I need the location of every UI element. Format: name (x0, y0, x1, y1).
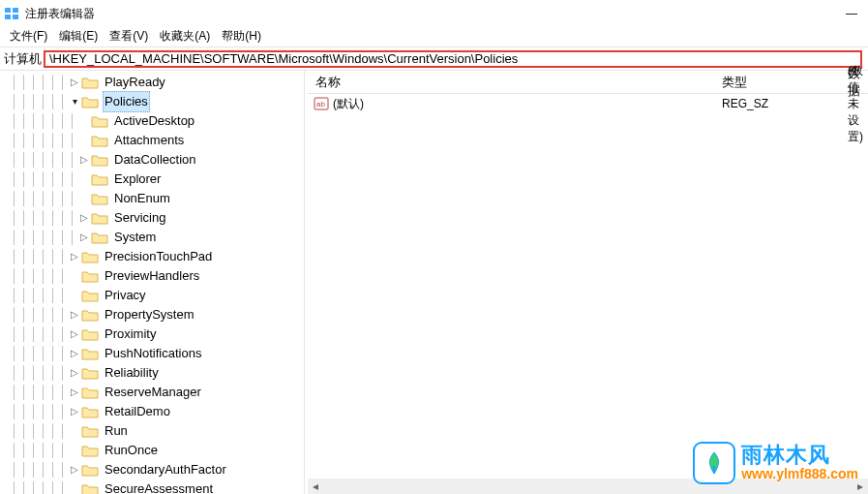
tree-node-playready[interactable]: ││││││ ▷ PlayReady (0, 73, 304, 92)
tree-node-servicing[interactable]: │││││││ ▷ Servicing (0, 208, 304, 228)
minimize-button[interactable]: — (839, 4, 864, 23)
list-body[interactable]: ab (默认) REG_SZ (数值未设置) ◂ ▸ (308, 94, 868, 494)
tree-label: SecondaryAuthFactor (103, 460, 228, 479)
tree-node-explorer[interactable]: │││││││ Explorer (0, 170, 304, 189)
scroll-right-icon[interactable]: ▸ (853, 479, 868, 494)
chevron-right-icon[interactable]: ▷ (77, 150, 91, 170)
tree-node-previewhandlers[interactable]: ││││││ PreviewHandlers (0, 266, 304, 286)
tree-node-retaildemo[interactable]: ││││││ ▷ RetailDemo (0, 402, 304, 421)
chevron-right-icon[interactable]: ▷ (77, 228, 91, 247)
tree-label: Attachments (112, 131, 186, 150)
tree-label: SecureAssessment (103, 479, 215, 494)
tree-node-runonce[interactable]: ││││││ RunOnce (0, 441, 304, 460)
tree-node-privacy[interactable]: ││││││ Privacy (0, 286, 304, 305)
svg-text:ab: ab (316, 100, 325, 108)
folder-icon (91, 211, 108, 225)
menu-favorites[interactable]: 收藏夹(A) (154, 28, 216, 45)
address-input[interactable]: \HKEY_LOCAL_MACHINE\SOFTWARE\Microsoft\W… (44, 50, 862, 68)
menu-help[interactable]: 帮助(H) (216, 28, 267, 45)
chevron-right-icon[interactable]: ▷ (68, 383, 81, 402)
menu-view[interactable]: 查看(V) (104, 28, 154, 45)
svg-rect-2 (5, 15, 11, 19)
folder-icon (81, 289, 99, 302)
menu-bar: 文件(F) 编辑(E) 查看(V) 收藏夹(A) 帮助(H) (0, 27, 868, 46)
svg-rect-3 (13, 15, 18, 19)
tree-pane[interactable]: ││││││ ▷ PlayReady ││││││ ▾ Policies │││… (0, 71, 305, 494)
tree-label: ReserveManager (103, 383, 203, 402)
chevron-right-icon[interactable]: ▷ (68, 402, 81, 421)
tree-node-policies[interactable]: ││││││ ▾ Policies (0, 92, 304, 111)
tree-label: Servicing (112, 208, 167, 228)
registry-tree: ││││││ ▷ PlayReady ││││││ ▾ Policies │││… (0, 73, 304, 494)
tree-label: PlayReady (103, 73, 167, 92)
folder-icon (81, 405, 99, 418)
tree-node-pushnotifications[interactable]: ││││││ ▷ PushNotifications (0, 344, 304, 363)
tree-node-secureassessment[interactable]: ││││││ SecureAssessment (0, 479, 304, 494)
chevron-right-icon[interactable]: ▷ (68, 305, 81, 324)
values-pane: 名称 类型 数据 ab (默认) REG_SZ (数值未设置) (308, 71, 868, 494)
tree-label: PushNotifications (103, 344, 203, 363)
folder-icon (81, 269, 99, 283)
folder-icon (81, 424, 99, 438)
tree-node-propertysystem[interactable]: ││││││ ▷ PropertySystem (0, 305, 304, 324)
tree-node-system[interactable]: │││││││ ▷ System (0, 228, 304, 247)
horizontal-scrollbar[interactable]: ◂ ▸ (308, 479, 868, 494)
folder-icon (81, 366, 99, 380)
menu-edit[interactable]: 编辑(E) (53, 28, 104, 45)
list-header: 名称 类型 数据 (308, 71, 868, 94)
app-icon (4, 6, 19, 21)
folder-icon (91, 153, 108, 167)
tree-node-nonenum[interactable]: │││││││ NonEnum (0, 189, 304, 208)
chevron-right-icon[interactable]: ▷ (77, 208, 91, 228)
tree-label: ActiveDesktop (112, 111, 196, 131)
folder-icon (81, 327, 99, 341)
chevron-right-icon[interactable]: ▷ (68, 460, 81, 479)
chevron-right-icon[interactable]: ▷ (68, 324, 81, 344)
address-label: 计算机 (0, 50, 44, 68)
folder-icon (91, 134, 108, 147)
scroll-left-icon[interactable]: ◂ (308, 479, 323, 494)
scroll-track[interactable] (323, 479, 853, 494)
value-name: (默认) (333, 96, 364, 112)
tree-label: PrecisionTouchPad (103, 247, 214, 266)
tree-label: Run (103, 421, 130, 441)
tree-node-datacollection[interactable]: │││││││ ▷ DataCollection (0, 150, 304, 170)
folder-icon (91, 172, 108, 186)
tree-label: System (112, 228, 158, 247)
tree-label: Explorer (112, 170, 163, 189)
column-type[interactable]: 类型 (714, 74, 840, 91)
svg-rect-0 (5, 8, 11, 13)
chevron-right-icon[interactable]: ▷ (68, 73, 81, 92)
column-name[interactable]: 名称 (308, 74, 714, 91)
window-title: 注册表编辑器 (25, 6, 95, 22)
chevron-right-icon[interactable]: ▷ (68, 247, 81, 266)
tree-label-selected: Policies (103, 91, 150, 112)
chevron-right-icon[interactable]: ▷ (68, 363, 81, 383)
value-type: REG_SZ (714, 97, 840, 110)
folder-icon (81, 463, 99, 477)
tree-node-attachments[interactable]: │││││││ Attachments (0, 131, 304, 150)
chevron-down-icon[interactable]: ▾ (68, 92, 81, 111)
tree-node-reliability[interactable]: ││││││ ▷ Reliability (0, 363, 304, 383)
string-value-icon: ab (314, 97, 329, 110)
folder-icon (81, 250, 99, 263)
folder-icon (91, 192, 108, 205)
folder-icon (91, 231, 108, 244)
svg-rect-1 (13, 8, 18, 13)
value-data: (数值未设置) (840, 63, 868, 145)
tree-label: Privacy (103, 286, 148, 305)
tree-node-activedesktop[interactable]: │││││││ ActiveDesktop (0, 111, 304, 131)
folder-icon (81, 386, 99, 399)
list-row[interactable]: ab (默认) REG_SZ (数值未设置) (308, 94, 868, 113)
menu-file[interactable]: 文件(F) (4, 28, 53, 45)
folder-icon (81, 444, 99, 457)
tree-label: Reliability (103, 363, 161, 383)
title-bar: 注册表编辑器 — (0, 0, 868, 27)
tree-node-precisiontouchpad[interactable]: ││││││ ▷ PrecisionTouchPad (0, 247, 304, 266)
tree-node-secondaryauthfactor[interactable]: ││││││ ▷ SecondaryAuthFactor (0, 460, 304, 479)
tree-node-reservemanager[interactable]: ││││││ ▷ ReserveManager (0, 383, 304, 402)
tree-label: PropertySystem (103, 305, 195, 324)
chevron-right-icon[interactable]: ▷ (68, 344, 81, 363)
tree-node-proximity[interactable]: ││││││ ▷ Proximity (0, 324, 304, 344)
tree-node-run[interactable]: ││││││ Run (0, 421, 304, 441)
